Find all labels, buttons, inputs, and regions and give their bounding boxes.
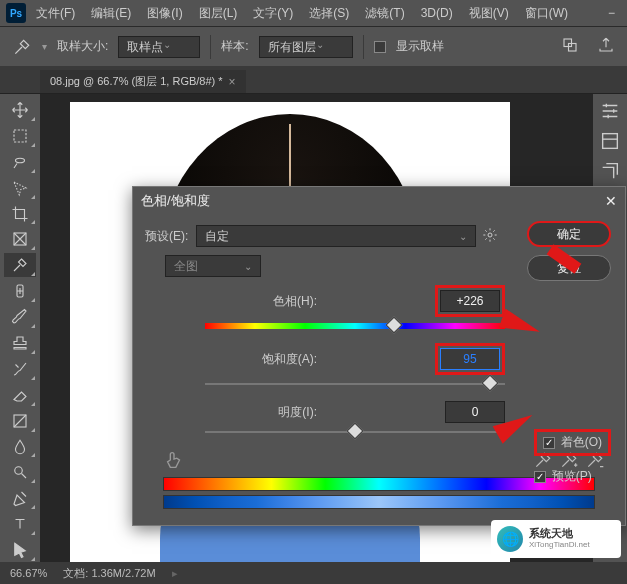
dialog-titlebar[interactable]: 色相/饱和度 ✕ bbox=[133, 187, 625, 215]
chevron-down-icon: ⌄ bbox=[316, 39, 324, 50]
healing-tool[interactable] bbox=[4, 279, 36, 303]
spectrum-before bbox=[163, 477, 595, 491]
sample-layer-value: 所有图层 bbox=[268, 40, 316, 54]
tool-panel bbox=[0, 94, 40, 562]
adjustments-icon[interactable] bbox=[599, 100, 621, 122]
close-icon[interactable]: ✕ bbox=[605, 193, 617, 209]
lasso-tool[interactable] bbox=[4, 150, 36, 174]
chevron-down-icon: ⌄ bbox=[459, 231, 467, 242]
dodge-tool[interactable] bbox=[4, 460, 36, 484]
colorize-label: 着色(O) bbox=[561, 434, 602, 451]
sample-layer-label: 样本: bbox=[221, 38, 248, 55]
lightness-input[interactable]: 0 bbox=[445, 401, 505, 423]
separator bbox=[210, 35, 211, 59]
channel-select[interactable]: 全图 ⌄ bbox=[165, 255, 261, 277]
menu-select[interactable]: 选择(S) bbox=[303, 3, 355, 24]
svg-rect-0 bbox=[564, 39, 572, 47]
menu-image[interactable]: 图像(I) bbox=[141, 3, 188, 24]
brush-tool[interactable] bbox=[4, 305, 36, 329]
quick-select-tool[interactable] bbox=[4, 176, 36, 200]
preview-checkbox[interactable] bbox=[534, 471, 546, 483]
crop-tool[interactable] bbox=[4, 202, 36, 226]
svg-rect-1 bbox=[569, 44, 577, 52]
watermark-logo: 🌐 系统天地 XiTongTianDi.net bbox=[491, 520, 621, 558]
chevron-down-icon: ⌄ bbox=[244, 261, 252, 272]
svg-point-6 bbox=[15, 467, 23, 475]
document-tab[interactable]: 08.jpg @ 66.7% (图层 1, RGB/8#) * × bbox=[40, 70, 246, 93]
show-sampling-checkbox[interactable] bbox=[374, 41, 386, 53]
path-select-tool[interactable] bbox=[4, 538, 36, 562]
tab-title: 08.jpg @ 66.7% (图层 1, RGB/8#) * bbox=[50, 74, 223, 89]
collapse-button[interactable]: − bbox=[602, 4, 621, 22]
menu-filter[interactable]: 滤镜(T) bbox=[359, 3, 410, 24]
close-icon[interactable]: × bbox=[229, 75, 236, 89]
spectrum-preview bbox=[163, 477, 595, 509]
menu-window[interactable]: 窗口(W) bbox=[519, 3, 574, 24]
overlay-icon[interactable] bbox=[561, 36, 579, 57]
separator bbox=[363, 35, 364, 59]
colorize-checkbox[interactable] bbox=[543, 437, 555, 449]
doc-size[interactable]: 文档: 1.36M/2.72M bbox=[63, 566, 155, 581]
eyedropper-tool[interactable] bbox=[4, 253, 36, 277]
sample-size-value: 取样点 bbox=[127, 40, 163, 54]
hue-label: 色相(H): bbox=[205, 293, 325, 310]
eraser-tool[interactable] bbox=[4, 383, 36, 407]
properties-icon[interactable] bbox=[599, 130, 621, 152]
preset-label: 预设(E): bbox=[145, 228, 188, 245]
saturation-slider[interactable] bbox=[205, 379, 505, 389]
lightness-slider[interactable] bbox=[205, 427, 505, 437]
chevron-down-icon[interactable]: ▾ bbox=[42, 41, 47, 52]
menu-file[interactable]: 文件(F) bbox=[30, 3, 81, 24]
preview-label: 预览(P) bbox=[552, 468, 592, 485]
share-icon[interactable] bbox=[597, 36, 615, 57]
sample-size-select[interactable]: 取样点 ⌄ bbox=[118, 36, 200, 58]
svg-rect-7 bbox=[603, 134, 618, 149]
globe-icon: 🌐 bbox=[497, 526, 523, 552]
chevron-down-icon: ⌄ bbox=[163, 39, 171, 50]
styles-icon[interactable] bbox=[599, 160, 621, 182]
type-tool[interactable] bbox=[4, 512, 36, 536]
options-bar: ▾ 取样大小: 取样点 ⌄ 样本: 所有图层 ⌄ 显示取样 bbox=[0, 26, 627, 66]
show-sampling-label: 显示取样 bbox=[396, 38, 444, 55]
marquee-tool[interactable] bbox=[4, 124, 36, 148]
watermark-title: 系统天地 bbox=[529, 527, 590, 539]
hue-input[interactable]: +226 bbox=[440, 290, 500, 312]
sample-size-label: 取样大小: bbox=[57, 38, 108, 55]
svg-rect-2 bbox=[14, 130, 26, 142]
preset-select[interactable]: 自定 ⌄ bbox=[196, 225, 476, 247]
preview-row[interactable]: 预览(P) bbox=[534, 468, 611, 485]
saturation-input[interactable]: 95 bbox=[440, 348, 500, 370]
hue-slider[interactable] bbox=[205, 321, 505, 331]
gear-icon[interactable] bbox=[482, 227, 498, 246]
watermark-sub: XiTongTianDi.net bbox=[529, 539, 590, 551]
sample-layer-select[interactable]: 所有图层 ⌄ bbox=[259, 36, 353, 58]
menu-type[interactable]: 文字(Y) bbox=[247, 3, 299, 24]
gradient-tool[interactable] bbox=[4, 409, 36, 433]
history-brush-tool[interactable] bbox=[4, 357, 36, 381]
eyedropper-icon bbox=[12, 37, 32, 57]
channel-value: 全图 bbox=[174, 258, 198, 275]
ok-button[interactable]: 确定 bbox=[527, 221, 611, 247]
menu-3d[interactable]: 3D(D) bbox=[415, 4, 459, 22]
chevron-right-icon[interactable]: ▸ bbox=[172, 567, 178, 580]
dialog-title: 色相/饱和度 bbox=[141, 192, 210, 210]
scrubby-icon[interactable] bbox=[163, 449, 185, 471]
pen-tool[interactable] bbox=[4, 486, 36, 510]
zoom-level[interactable]: 66.67% bbox=[10, 567, 47, 579]
colorize-row[interactable]: 着色(O) bbox=[534, 429, 611, 456]
spectrum-after bbox=[163, 495, 595, 509]
menu-edit[interactable]: 编辑(E) bbox=[85, 3, 137, 24]
svg-point-8 bbox=[488, 233, 492, 237]
hue-saturation-dialog: 色相/饱和度 ✕ 预设(E): 自定 ⌄ 确定 复位 全图 ⌄ 色相(H): bbox=[132, 186, 626, 526]
menu-layer[interactable]: 图层(L) bbox=[193, 3, 244, 24]
blur-tool[interactable] bbox=[4, 435, 36, 459]
menu-view[interactable]: 视图(V) bbox=[463, 3, 515, 24]
saturation-label: 饱和度(A): bbox=[205, 351, 325, 368]
status-bar: 66.67% 文档: 1.36M/2.72M ▸ bbox=[0, 562, 627, 584]
annotation-arrow bbox=[499, 309, 543, 341]
move-tool[interactable] bbox=[4, 98, 36, 122]
stamp-tool[interactable] bbox=[4, 331, 36, 355]
document-tabs: 08.jpg @ 66.7% (图层 1, RGB/8#) * × bbox=[0, 66, 627, 94]
app-logo: Ps bbox=[6, 3, 26, 23]
frame-tool[interactable] bbox=[4, 227, 36, 251]
